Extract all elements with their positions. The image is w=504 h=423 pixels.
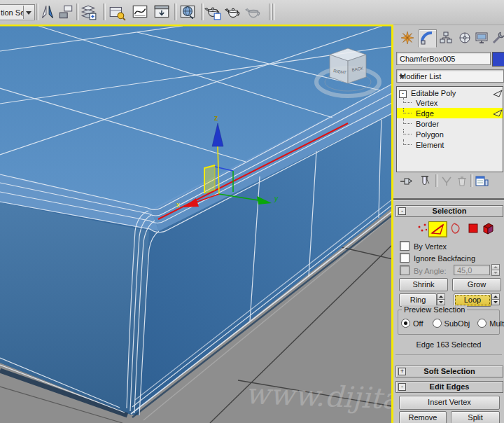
by-angle-checkbox[interactable] xyxy=(400,265,410,275)
by-vertex-checkbox[interactable] xyxy=(400,241,410,251)
stack-row-border[interactable]: Border xyxy=(397,118,503,129)
tab-hierarchy[interactable] xyxy=(438,29,456,48)
mirror-icon[interactable] xyxy=(38,3,57,21)
stack-row-label: Polygon xyxy=(416,130,444,139)
by-angle-value: 45,0 xyxy=(457,266,472,275)
ignore-backfacing-row: Ignore Backfacing xyxy=(400,253,475,262)
stack-row-polygon[interactable]: Polygon xyxy=(397,129,503,139)
subobject-edge-icon[interactable] xyxy=(428,221,447,237)
split-button[interactable]: Split xyxy=(451,411,500,423)
chevron-down-icon xyxy=(26,11,31,15)
object-name-field[interactable]: ChamferBox005 xyxy=(396,52,491,65)
preview-off-label: Off xyxy=(413,319,423,328)
preview-multi-label: Multi xyxy=(489,319,504,328)
rendered-frame-window-icon[interactable] xyxy=(204,3,222,21)
rollout-header-soft-selection[interactable]: + Soft Selection xyxy=(396,366,503,377)
z-axis-label: z xyxy=(214,113,218,122)
stack-row-label: Element xyxy=(416,141,444,149)
preview-subobj-radio[interactable] xyxy=(433,319,442,328)
collapse-icon: - xyxy=(398,383,406,391)
show-end-result-icon[interactable] xyxy=(419,174,433,188)
toolbar-separator xyxy=(269,4,272,20)
stack-row-vertex[interactable]: Vertex xyxy=(397,97,503,108)
activeshade-icon[interactable] xyxy=(244,3,262,21)
rollout-title: Soft Selection xyxy=(396,366,503,377)
tree-guide xyxy=(403,129,412,134)
by-angle-spinner xyxy=(491,264,500,276)
application-window: tion Se xyxy=(0,0,504,423)
subobject-polygon-icon[interactable] xyxy=(468,221,479,237)
modifier-list-dropdown[interactable]: Modifier List xyxy=(396,69,504,83)
modifier-list-label: Modifier List xyxy=(400,72,441,81)
toolbar-separator xyxy=(103,4,106,20)
tab-create[interactable] xyxy=(399,29,417,48)
spinner-down-icon xyxy=(491,270,500,276)
insert-vertex-button[interactable]: Insert Vertex xyxy=(399,396,500,410)
rollout-header-selection[interactable]: - Selection xyxy=(396,205,503,217)
ignore-backfacing-checkbox[interactable] xyxy=(400,253,410,263)
combo-dropdown-button[interactable] xyxy=(23,6,34,19)
rollout-title: Edit Edges xyxy=(396,382,503,392)
tree-guide xyxy=(403,118,412,124)
make-unique-icon xyxy=(440,174,454,188)
main-toolbar: tion Se xyxy=(0,0,504,25)
stack-row-label: Editable Poly xyxy=(411,89,456,97)
y-axis-label: y xyxy=(274,195,279,202)
spinner-down-icon[interactable] xyxy=(437,299,445,305)
render-setup-icon[interactable] xyxy=(178,3,197,21)
ignore-backfacing-label: Ignore Backfacing xyxy=(414,254,475,263)
by-angle-value-field: 45,0 xyxy=(454,265,490,275)
toolbar-separator xyxy=(470,174,473,187)
preview-off-radio[interactable] xyxy=(401,319,410,328)
object-color-swatch[interactable] xyxy=(492,52,504,67)
tab-utilities[interactable] xyxy=(490,29,504,48)
stack-row-edge[interactable]: Edge xyxy=(397,108,503,118)
named-selection-set-value: tion Se xyxy=(0,8,23,17)
loop-spinner[interactable] xyxy=(491,293,500,305)
rollout-end-line xyxy=(396,354,502,355)
spinner-down-icon[interactable] xyxy=(491,299,500,305)
toolbar-separator xyxy=(174,4,177,20)
tree-guide xyxy=(403,108,412,113)
ring-spinner[interactable] xyxy=(437,293,445,305)
named-selection-set-combo[interactable]: tion Se xyxy=(0,4,35,20)
rollout-header-edit-edges[interactable]: - Edit Edges xyxy=(396,381,503,393)
by-angle-label: By Angle: xyxy=(414,267,446,275)
align-icon[interactable] xyxy=(57,3,75,21)
schematic-view-icon[interactable] xyxy=(153,3,171,21)
modifier-stack: - Editable Poly Vertex Edge Border Polyg… xyxy=(396,86,503,172)
arrow-icon xyxy=(493,109,503,118)
selection-status-text: Edge 163 Selected xyxy=(393,340,504,349)
preview-multi-radio[interactable] xyxy=(477,319,486,328)
rollout-title: Selection xyxy=(396,206,503,216)
command-panel: ChamferBox005 Modifier List - Editable P… xyxy=(393,27,504,423)
chevron-down-icon xyxy=(399,75,405,78)
tab-modify[interactable] xyxy=(419,29,437,48)
shrink-button[interactable]: Shrink xyxy=(399,278,448,291)
pin-stack-icon[interactable] xyxy=(399,174,413,188)
by-vertex-row: By Vertex xyxy=(400,241,447,250)
stack-row-label: Border xyxy=(416,120,439,128)
layer-manager-icon[interactable] xyxy=(79,3,97,21)
scene-explorer-icon[interactable] xyxy=(108,3,126,21)
curve-editor-icon[interactable] xyxy=(131,3,149,21)
toolbar-separator xyxy=(272,4,275,20)
remove-modifier-icon xyxy=(455,174,469,188)
subobject-element-icon[interactable] xyxy=(482,221,495,237)
expand-icon: + xyxy=(398,368,406,375)
render-production-icon[interactable] xyxy=(224,3,242,21)
perspective-viewport[interactable]: www.dijitalde xyxy=(0,25,393,423)
subobject-vertex-icon[interactable] xyxy=(416,221,428,237)
tab-motion[interactable] xyxy=(456,29,475,48)
by-angle-row: By Angle: xyxy=(400,265,446,275)
preview-selection-title: Preview Selection xyxy=(402,305,467,314)
tab-display[interactable] xyxy=(473,29,491,48)
grow-button[interactable]: Grow xyxy=(452,278,501,291)
stack-row-element[interactable]: Element xyxy=(397,139,503,150)
stack-row-label: Edge xyxy=(416,109,434,118)
configure-modifier-sets-icon[interactable] xyxy=(475,174,489,188)
stack-row-label: Vertex xyxy=(416,99,438,107)
remove-button[interactable]: Remove xyxy=(399,411,447,423)
subobject-border-icon[interactable] xyxy=(449,221,462,237)
preview-subobj-label: SubObj xyxy=(444,319,470,328)
